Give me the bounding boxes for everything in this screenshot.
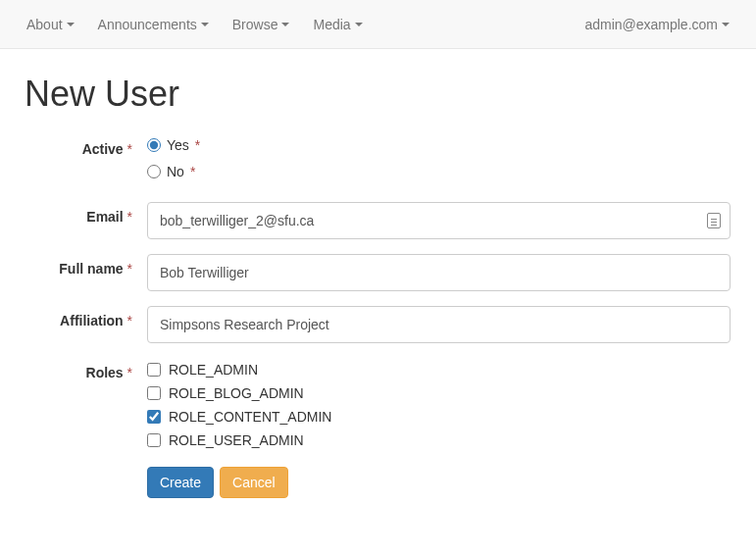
required-marker: * <box>127 141 132 157</box>
label-roles: Roles * <box>25 358 147 380</box>
fullname-field[interactable] <box>147 254 731 291</box>
required-marker: * <box>127 313 132 328</box>
role-content-admin[interactable]: ROLE_CONTENT_ADMIN <box>147 405 731 429</box>
main-content: New User Active * Yes * No * Email * <box>0 49 756 537</box>
chevron-down-icon <box>67 23 75 26</box>
email-wrap <box>147 202 731 239</box>
label-text: Full name <box>59 261 123 277</box>
cancel-button[interactable]: Cancel <box>220 467 288 498</box>
role-label: ROLE_ADMIN <box>169 362 258 378</box>
nav-label: Media <box>313 17 350 32</box>
role-admin[interactable]: ROLE_ADMIN <box>147 358 731 381</box>
role-admin-checkbox[interactable] <box>147 363 161 377</box>
radio-yes-input[interactable] <box>147 138 161 152</box>
required-marker: * <box>127 261 132 277</box>
required-marker: * <box>195 137 200 153</box>
role-label: ROLE_BLOG_ADMIN <box>169 385 304 401</box>
nav-announcements[interactable]: Announcements <box>86 2 221 47</box>
radio-yes-label: Yes <box>167 137 189 153</box>
radio-no-label: No <box>167 164 184 179</box>
role-user-admin[interactable]: ROLE_USER_ADMIN <box>147 429 731 452</box>
radio-yes[interactable]: Yes * <box>147 134 731 161</box>
contacts-icon[interactable] <box>707 213 721 228</box>
chevron-down-icon <box>201 23 209 26</box>
nav-right: admin@example.com <box>573 2 741 47</box>
role-label: ROLE_USER_ADMIN <box>169 432 304 448</box>
affiliation-field[interactable] <box>147 306 731 343</box>
nav-media[interactable]: Media <box>301 2 374 47</box>
create-button[interactable]: Create <box>147 467 214 498</box>
label-active: Active * <box>25 134 147 157</box>
role-user-admin-checkbox[interactable] <box>147 433 161 447</box>
radio-no[interactable]: No * <box>147 161 731 187</box>
label-affiliation: Affiliation * <box>25 306 147 328</box>
nav-label: About <box>26 17 63 32</box>
radio-no-input[interactable] <box>147 165 161 178</box>
row-email: Email * <box>25 202 731 239</box>
role-content-admin-checkbox[interactable] <box>147 410 161 424</box>
nav-left: About Announcements Browse Media <box>15 2 375 47</box>
label-text: Active <box>82 141 124 157</box>
button-row: Create Cancel <box>147 467 731 498</box>
row-active: Active * Yes * No * <box>25 134 731 187</box>
chevron-down-icon <box>722 23 730 26</box>
email-field[interactable] <box>147 202 731 239</box>
role-blog-admin-checkbox[interactable] <box>147 386 161 400</box>
required-marker: * <box>127 209 132 225</box>
label-fullname: Full name * <box>25 254 147 277</box>
label-text: Affiliation <box>60 313 124 328</box>
row-fullname: Full name * <box>25 254 731 291</box>
row-roles: Roles * ROLE_ADMIN ROLE_BLOG_ADMIN ROLE_… <box>25 358 731 498</box>
required-marker: * <box>127 365 132 380</box>
page-title: New User <box>25 74 731 115</box>
active-options: Yes * No * <box>147 134 731 187</box>
nav-about[interactable]: About <box>15 2 86 47</box>
nav-label: Browse <box>232 17 278 32</box>
affiliation-wrap <box>147 306 731 343</box>
nav-browse[interactable]: Browse <box>221 2 302 47</box>
fullname-wrap <box>147 254 731 291</box>
chevron-down-icon <box>355 23 363 26</box>
label-text: Roles <box>86 365 124 380</box>
roles-options: ROLE_ADMIN ROLE_BLOG_ADMIN ROLE_CONTENT_… <box>147 358 731 498</box>
chevron-down-icon <box>281 23 289 26</box>
row-affiliation: Affiliation * <box>25 306 731 343</box>
navbar: About Announcements Browse Media admin@e… <box>0 0 756 49</box>
required-marker: * <box>190 164 195 179</box>
label-email: Email * <box>25 202 147 225</box>
label-text: Email <box>86 209 123 225</box>
nav-user-label: admin@example.com <box>584 17 718 32</box>
role-blog-admin[interactable]: ROLE_BLOG_ADMIN <box>147 381 731 405</box>
nav-label: Announcements <box>98 17 197 32</box>
role-label: ROLE_CONTENT_ADMIN <box>169 409 331 425</box>
nav-user-menu[interactable]: admin@example.com <box>573 2 741 47</box>
